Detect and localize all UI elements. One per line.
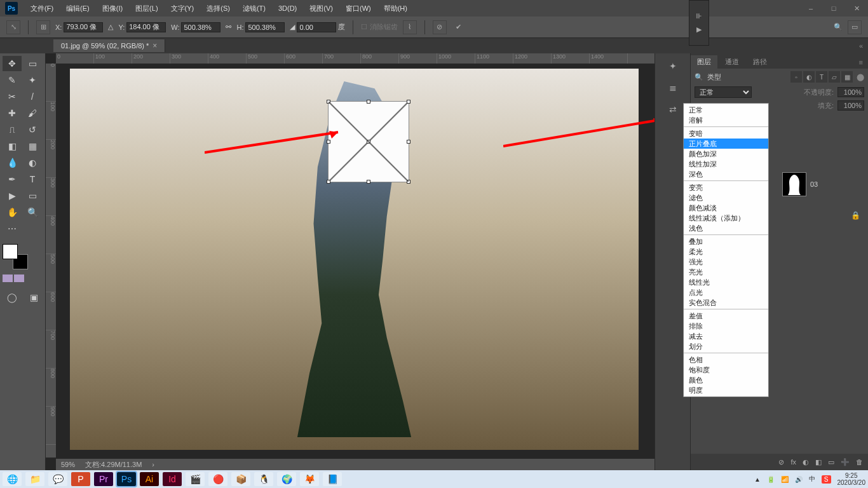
foreground-color[interactable] <box>3 244 18 259</box>
layer-mask-thumb[interactable] <box>782 172 806 196</box>
filter-toggle-icon[interactable]: ⬤ <box>857 73 864 81</box>
filter-adjustment-icon[interactable]: ◐ <box>803 71 815 83</box>
blur-tool[interactable]: 💧 <box>3 155 22 170</box>
menu-3d[interactable]: 3D(D) <box>273 2 302 15</box>
blend-vividlight[interactable]: 亮光 <box>684 267 768 277</box>
blend-darken[interactable]: 变暗 <box>684 128 768 139</box>
handle-tr[interactable] <box>407 100 410 104</box>
stamp-tool[interactable]: ⎍ <box>3 122 22 137</box>
xy-link-icon[interactable]: △ <box>108 23 113 31</box>
edit-toolbar[interactable]: ⋯ <box>3 221 22 236</box>
color-swatches[interactable] <box>3 244 28 269</box>
task-photoshop[interactable]: Ps <box>117 472 136 486</box>
handle-mr[interactable] <box>407 140 410 144</box>
workspace-switcher-icon[interactable]: ▭ <box>848 20 862 34</box>
angle-input[interactable] <box>297 22 336 32</box>
menu-view[interactable]: 视图(V) <box>304 1 338 16</box>
layer-name[interactable]: 03 <box>810 180 818 188</box>
swatch-purple[interactable] <box>3 274 13 282</box>
blend-color[interactable]: 颜色 <box>684 375 768 385</box>
handle-tc[interactable] <box>367 100 370 104</box>
menu-file[interactable]: 文件(F) <box>25 1 58 16</box>
lasso-tool[interactable]: ✎ <box>3 72 22 88</box>
blend-colordodge[interactable]: 颜色减淡 <box>684 203 768 213</box>
tray-sogou-icon[interactable]: S <box>822 475 831 484</box>
h-input[interactable] <box>245 22 285 32</box>
y-input[interactable] <box>126 22 166 32</box>
adjustments-icon[interactable]: ✦ <box>665 58 681 74</box>
transform-tool-icon[interactable]: ⤡ <box>6 20 20 34</box>
handle-center[interactable] <box>367 140 370 144</box>
blend-lighten[interactable]: 变亮 <box>684 182 768 193</box>
shape-tool[interactable]: ▭ <box>23 188 42 203</box>
task-video[interactable]: 🎬 <box>186 472 205 486</box>
menu-window[interactable]: 窗口(W) <box>341 1 376 16</box>
pen-tool[interactable]: ✒ <box>3 172 22 187</box>
task-app1[interactable]: 🔴 <box>208 472 227 486</box>
blend-hardlight[interactable]: 强光 <box>684 257 768 267</box>
tab-channels[interactable]: 通道 <box>719 55 745 69</box>
tray-ime-lang[interactable]: 中 <box>809 475 815 484</box>
cancel-transform-icon[interactable]: ⊘ <box>433 20 447 34</box>
fx-icon[interactable]: fx <box>790 458 796 466</box>
blend-saturation[interactable]: 饱和度 <box>684 365 768 375</box>
zoom-tool[interactable]: 🔍 <box>23 205 42 220</box>
task-wechat[interactable]: 💬 <box>48 472 67 486</box>
blend-difference[interactable]: 差值 <box>684 311 768 321</box>
task-browser[interactable]: 🌐 <box>3 472 22 486</box>
opacity-input[interactable] <box>837 87 864 97</box>
antialias-checkbox[interactable]: ☐ 消除锯齿 <box>361 22 397 32</box>
blend-normal[interactable]: 正常 <box>684 105 768 115</box>
floating-icon-2[interactable]: ▶ <box>696 25 702 34</box>
crop-tool[interactable]: ✂ <box>3 89 22 104</box>
marquee-tool[interactable]: ▭ <box>23 56 42 71</box>
tab-layers[interactable]: 图层 <box>691 55 717 69</box>
menu-edit[interactable]: 编辑(E) <box>61 1 95 16</box>
history-brush-tool[interactable]: ↺ <box>23 122 42 137</box>
blend-subtract[interactable]: 减去 <box>684 331 768 341</box>
tray-volume-icon[interactable]: 🔊 <box>795 476 803 483</box>
tray-overflow[interactable]: ▲ <box>754 476 761 483</box>
blend-hue[interactable]: 色相 <box>684 355 768 365</box>
handle-bc[interactable] <box>367 180 370 184</box>
task-explorer[interactable]: 📁 <box>25 472 44 486</box>
window-maximize[interactable]: □ <box>822 0 845 17</box>
path-select-tool[interactable]: ▶ <box>3 188 22 203</box>
blend-mode-dropdown[interactable]: 正常 溶解 变暗 正片叠底 颜色加深 线性加深 深色 变亮 滤色 颜色减淡 线性… <box>683 103 769 397</box>
menu-image[interactable]: 图像(I) <box>97 1 128 16</box>
tray-wifi-icon[interactable]: 📶 <box>781 476 789 483</box>
reference-point-icon[interactable]: ⊞ <box>36 20 50 34</box>
link-layers-icon[interactable]: ⊘ <box>778 458 784 466</box>
task-app2[interactable]: 📦 <box>231 472 250 486</box>
blend-divide[interactable]: 划分 <box>684 341 768 351</box>
wh-link-icon[interactable]: ⚯ <box>226 23 231 31</box>
eraser-tool[interactable]: ◧ <box>3 139 22 154</box>
floating-icon-1[interactable]: ⊪ <box>696 12 702 20</box>
fill-input[interactable] <box>837 100 864 111</box>
blend-lineardodge[interactable]: 线性减淡（添加） <box>684 213 768 223</box>
properties-icon[interactable]: ⇄ <box>665 102 681 117</box>
doc-info-arrow[interactable]: › <box>152 461 154 468</box>
task-chrome[interactable]: 🌍 <box>277 472 296 486</box>
eyedropper-tool[interactable]: / <box>23 89 42 104</box>
blend-colorburn[interactable]: 颜色加深 <box>684 149 768 159</box>
canvas-area[interactable]: 0100200300400500600700800900100011001200… <box>46 53 654 470</box>
blend-exclusion[interactable]: 排除 <box>684 321 768 331</box>
task-qq[interactable]: 🐧 <box>254 472 273 486</box>
move-tool[interactable]: ✥ <box>3 56 22 71</box>
blend-luminosity[interactable]: 明度 <box>684 385 768 395</box>
filter-type-icon[interactable]: T <box>816 71 827 83</box>
menu-help[interactable]: 帮助(H) <box>379 1 412 16</box>
search-icon[interactable]: 🔍 <box>834 23 843 31</box>
commit-transform-icon[interactable]: ✔ <box>452 20 466 34</box>
handle-bl[interactable] <box>327 180 330 184</box>
menu-filter[interactable]: 滤镜(T) <box>238 1 271 16</box>
swatch-purple-2[interactable] <box>14 274 24 282</box>
new-layer-icon[interactable]: ➕ <box>841 458 850 466</box>
task-indesign[interactable]: Id <box>163 472 182 486</box>
hand-tool[interactable]: ✋ <box>3 205 22 220</box>
blend-linearburn[interactable]: 线性加深 <box>684 159 768 169</box>
doc-info[interactable]: 文档:4.29M/11.3M <box>85 460 142 470</box>
w-input[interactable] <box>181 22 220 32</box>
warp-icon[interactable]: ⌇ <box>403 20 417 34</box>
